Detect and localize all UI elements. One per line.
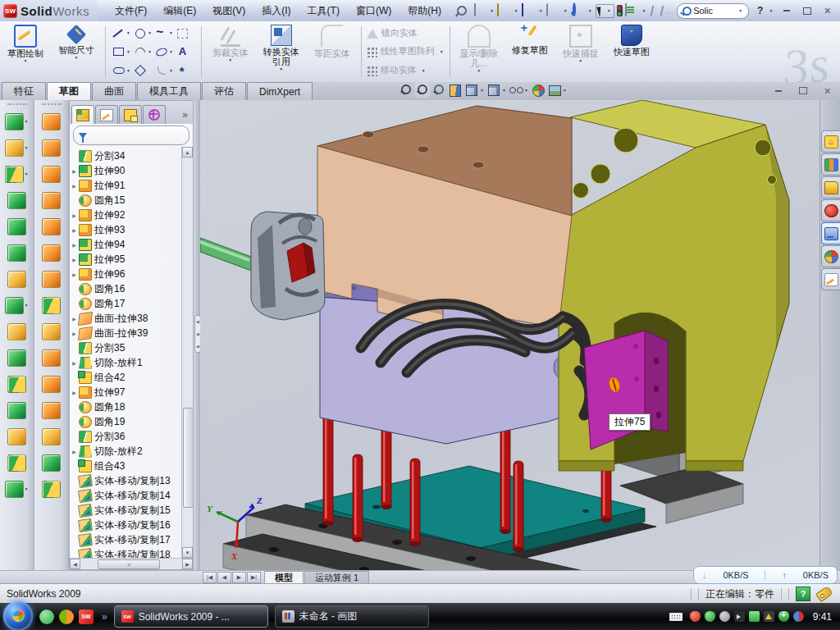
hud-view-orientation-button[interactable]: ▼ [486, 83, 507, 98]
expand-arrow-icon[interactable]: ▶ [70, 331, 79, 336]
menu-item-3[interactable]: 插入(I) [254, 2, 298, 21]
toolbar-button-bend[interactable] [42, 371, 61, 397]
tree-horizontal-scrollbar[interactable]: ◀ ≡ ▶ [70, 558, 193, 569]
cm-button-repair-sketch[interactable]: 修复草图 [504, 21, 555, 82]
tree-item-2[interactable]: ▶拉伸91 [70, 178, 182, 193]
tree-item-8[interactable]: ▶拉伸96 [70, 267, 182, 281]
toolbar-button-combine-tool[interactable] [42, 345, 61, 371]
undo-icon[interactable] [573, 2, 576, 17]
dropdown-caret-icon[interactable]: ▼ [25, 119, 29, 124]
dropdown-caret-icon[interactable]: ▼ [490, 8, 494, 13]
toolbar-button-indent[interactable] [42, 240, 61, 266]
hud-hide-show-button[interactable]: ▼ [509, 83, 529, 98]
tray-sync-icon[interactable] [793, 611, 804, 622]
expand-arrow-icon[interactable]: ▶ [70, 272, 79, 277]
task-pane-tab-home[interactable]: ⌂ [821, 130, 840, 153]
toolbar-drag-handle[interactable] [7, 103, 27, 105]
toolbar-button-mirror-feature[interactable] [7, 423, 26, 450]
dropdown-caret-icon[interactable]: ▼ [169, 30, 173, 35]
select-tool-button[interactable]: ▼ [596, 4, 614, 18]
expand-arrow-icon[interactable]: ▶ [70, 183, 79, 189]
tree-item-5[interactable]: ▶拉伸93 [70, 222, 182, 237]
scroll-up-icon[interactable]: ▲ [182, 147, 193, 158]
toolbar-button-lofted-boss[interactable] [7, 187, 26, 213]
expand-arrow-icon[interactable]: ▶ [70, 360, 79, 366]
tree-item-20[interactable]: ▶切除-放样2 [70, 444, 182, 459]
taskbar-clock[interactable]: 9:41 [813, 611, 832, 623]
tray-volume-icon[interactable] [734, 611, 745, 622]
help-button[interactable]: ? [755, 5, 765, 16]
toolbar-button-freeform[interactable] [42, 187, 61, 213]
cm-button-rapid-sketch[interactable]: 快速草图 [606, 21, 657, 82]
quick-launch-app-orange[interactable] [59, 609, 74, 624]
tree-item-17[interactable]: 圆角18 [70, 399, 182, 414]
task-button-0[interactable]: SWSolidWorks 2009 - ... [114, 605, 268, 628]
hud-pan-button[interactable] [431, 83, 446, 98]
expand-arrow-icon[interactable]: ▶ [70, 227, 79, 233]
toolbar-button-fillet-tool[interactable] [7, 318, 26, 345]
sketch-entity-ellipse[interactable]: ▼ [153, 43, 175, 62]
scroll-down-icon[interactable]: ▼ [182, 547, 193, 558]
quick-launch-chevron-icon[interactable]: » [102, 611, 107, 623]
dropdown-caret-icon[interactable]: ▼ [126, 30, 130, 35]
minimize-button[interactable] [778, 5, 794, 17]
dropdown-caret-icon[interactable]: ▼ [169, 49, 173, 54]
tree-vertical-scrollbar[interactable]: ▲ ▼ [181, 147, 193, 558]
print-icon[interactable] [546, 3, 548, 16]
toolbar-overflow-icon[interactable] [650, 6, 664, 16]
tree-item-11[interactable]: ▶曲面-拉伸38 [70, 311, 182, 326]
tree-item-15[interactable]: 组合42 [70, 370, 182, 385]
scroll-left-icon[interactable]: ◀ [70, 559, 80, 569]
tray-security-green-icon[interactable] [705, 611, 715, 622]
dropdown-caret-icon[interactable]: ▼ [502, 88, 506, 93]
hud-scene-button[interactable]: ▼ [547, 83, 568, 98]
tree-item-23[interactable]: 实体-移动/复制14 [70, 488, 182, 503]
doc-restore-button[interactable] [795, 84, 810, 97]
toolbar-button-draft[interactable] [7, 371, 26, 397]
toolbar-button-linear-pattern[interactable]: ▼ [5, 292, 30, 318]
save-icon[interactable] [522, 3, 523, 16]
panel-overflow-chevron[interactable]: » [182, 109, 191, 124]
task-pane-tab-custom-properties[interactable] [821, 268, 840, 290]
menu-item-6[interactable]: 帮助(H) [400, 2, 449, 21]
panel-splitter[interactable]: ◀◀◀ [194, 100, 200, 570]
dropdown-caret-icon[interactable]: ▼ [524, 88, 528, 93]
expand-arrow-icon[interactable]: ▶ [70, 212, 79, 218]
sketch-entity-rectangle[interactable]: ▼ [111, 43, 132, 62]
menu-item-5[interactable]: 窗口(W) [349, 2, 399, 21]
sketch-entity-point[interactable] [175, 61, 196, 80]
toolbar-button-extruded-boss[interactable]: ▼ [5, 108, 30, 135]
tree-item-14[interactable]: ▶切除-放样1 [70, 355, 182, 370]
sketch-entity-spline[interactable]: ▼ [153, 24, 175, 43]
sketch-entity-sketch-fillet[interactable]: ▼ [153, 61, 175, 80]
tab-2[interactable]: 曲面 [92, 82, 136, 100]
dropdown-caret-icon[interactable]: ▼ [642, 8, 646, 13]
search-box[interactable]: ▼ [677, 3, 749, 19]
tab-5[interactable]: DimXpert [247, 82, 313, 100]
scrollbar-thumb[interactable]: ≡ [98, 559, 160, 569]
sketch-entity-arc[interactable]: ▼ [132, 43, 153, 62]
quick-launch-messenger[interactable] [39, 609, 54, 624]
3d-model-exploded-view[interactable]: Y Z X [200, 100, 820, 570]
rebuild-traffic-light-icon[interactable] [617, 5, 623, 16]
doc-nav-1[interactable]: ◀ [217, 572, 231, 583]
tray-security-red-icon[interactable] [690, 611, 701, 622]
task-pane-tab-file-explorer[interactable] [821, 222, 840, 244]
tree-item-27[interactable]: 实体-移动/复制18 [70, 547, 182, 558]
tree-item-26[interactable]: 实体-移动/复制17 [70, 532, 182, 547]
cm-button-convert[interactable]: 转换实体引用▼ [256, 21, 307, 82]
toolbar-button-intersect[interactable] [42, 450, 61, 476]
tree-item-7[interactable]: ▶拉伸95 [70, 252, 182, 267]
cm-button-sketch-pencil[interactable]: 草图绘制▼ [0, 21, 51, 82]
tab-3[interactable]: 模具工具 [137, 82, 201, 100]
sketch-entity-polygon[interactable] [132, 61, 153, 80]
doc-nav-0[interactable]: |◀ [203, 572, 217, 583]
expand-arrow-icon[interactable]: ▶ [70, 449, 79, 454]
tree-item-22[interactable]: 实体-移动/复制13 [70, 473, 182, 488]
toolbar-button-curve-tool[interactable] [7, 450, 26, 476]
toolbar-button-dome[interactable] [42, 161, 61, 187]
tags-icon[interactable] [815, 586, 833, 602]
dropdown-caret-icon[interactable]: ▼ [480, 88, 484, 93]
task-pane-tab-resources[interactable] [821, 153, 840, 176]
dropdown-caret-icon[interactable]: ▼ [169, 68, 173, 73]
